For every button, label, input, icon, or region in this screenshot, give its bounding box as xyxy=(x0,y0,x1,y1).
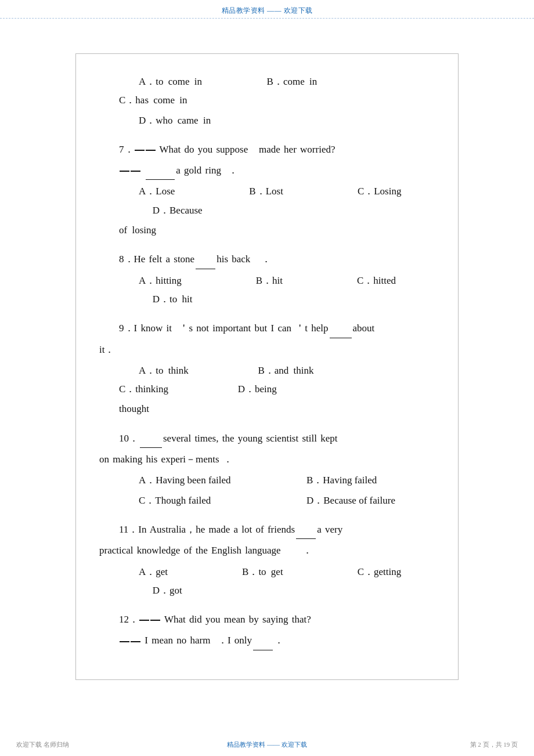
option-10a: A．Having been failed xyxy=(99,471,267,490)
option-11c: C．getting xyxy=(338,563,402,581)
options-7-d-cont: of losing xyxy=(99,221,435,240)
question-10: 10．several times, the young scientist st… xyxy=(99,429,435,510)
question-11: 11．In Australia，he made a lot of friends… xyxy=(99,520,435,600)
option-10c: C．Though failed xyxy=(99,491,267,510)
option-8a: A．hitting xyxy=(119,272,182,290)
option-10d: D．Because of failure xyxy=(267,491,435,510)
question-9-line2: it． xyxy=(99,341,435,359)
top-bar: 精品教学资料 —— 欢迎下载 xyxy=(0,0,534,19)
option-10b: B．Having failed xyxy=(267,471,435,490)
option-7d: D．Because xyxy=(133,201,203,220)
question-12-line2: I mean no harm ．I only． xyxy=(99,631,435,650)
options-10-cd: C．Though failed D．Because of failure xyxy=(99,491,435,510)
question-9: 9．I know it ＇s not important but I can ＇… xyxy=(99,319,435,418)
question-10-line2: on making his experi－ments ． xyxy=(99,450,435,469)
option-6d: D．who came in xyxy=(119,111,211,130)
option-11d: D．got xyxy=(133,581,182,600)
option-7b: B．Lost xyxy=(229,182,283,201)
option-7c: C．Losing xyxy=(338,182,402,201)
question-10-line1: 10．several times, the young scientist st… xyxy=(99,429,435,448)
option-11b: B．to get xyxy=(222,563,283,581)
option-9b: B．and think xyxy=(238,361,313,380)
footer-center: 精品教学资料 —— 欢迎下载 xyxy=(227,740,307,749)
option-8c: C．hitted xyxy=(337,272,396,290)
options-6-d: D．who came in xyxy=(99,111,435,130)
options-11-abcd: A．get B．to get C．getting D．got xyxy=(99,563,435,601)
option-7a: A．Lose xyxy=(119,182,175,201)
option-6b: B．come in xyxy=(247,73,317,91)
options-9-d-cont: thought xyxy=(99,400,435,418)
question-11-line2: practical knowledge of the English langu… xyxy=(99,541,435,560)
content-area: A．to come in B．come in C．has come in D．w… xyxy=(75,53,459,680)
question-12-line1: 12． What did you mean by saying that? xyxy=(99,610,435,629)
options-7-abcd: A．Lose B．Lost C．Losing D．Because xyxy=(99,182,435,220)
options-8-abcd: A．hitting B．hit C．hitted D．to hit xyxy=(99,272,435,309)
option-9d: D．being xyxy=(218,380,277,399)
option-9a: A．to think xyxy=(119,361,189,380)
options-6-abc: A．to come in B．come in C．has come in xyxy=(99,73,435,110)
question-8-line: 8．He felt a stonehis back ． xyxy=(99,250,435,269)
option-6a: A．to come in xyxy=(119,73,202,91)
option-9c: C．thinking xyxy=(99,380,168,399)
question-6-options: A．to come in B．come in C．has come in D．w… xyxy=(99,73,435,130)
page: 精品教学资料 —— 欢迎下载 A．to come in B．come in C．… xyxy=(0,0,534,756)
footer-left: 欢迎下载 名师归纳 xyxy=(16,740,69,749)
question-7-line2: a gold ring ． xyxy=(99,161,435,180)
question-12: 12． What did you mean by saying that? I … xyxy=(99,610,435,650)
option-6c: C．has come in xyxy=(99,91,187,110)
option-8d: D．to hit xyxy=(133,290,193,309)
top-bar-text: 精品教学资料 —— 欢迎下载 xyxy=(222,6,313,15)
option-8b: B．hit xyxy=(236,272,283,290)
option-11a: A．get xyxy=(119,563,168,581)
question-9-line1: 9．I know it ＇s not important but I can ＇… xyxy=(99,319,435,338)
footer-right: 第 2 页，共 19 页 xyxy=(470,740,518,749)
options-10-ab: A．Having been failed B．Having failed xyxy=(99,471,435,490)
question-7: 7． What do you suppose made her worried?… xyxy=(99,140,435,240)
question-11-line1: 11．In Australia，he made a lot of friends… xyxy=(99,520,435,539)
question-8: 8．He felt a stonehis back ． A．hitting B．… xyxy=(99,250,435,309)
question-7-line1: 7． What do you suppose made her worried? xyxy=(99,140,435,159)
options-9-abcd: A．to think B．and think C．thinking D．bein… xyxy=(99,361,435,399)
